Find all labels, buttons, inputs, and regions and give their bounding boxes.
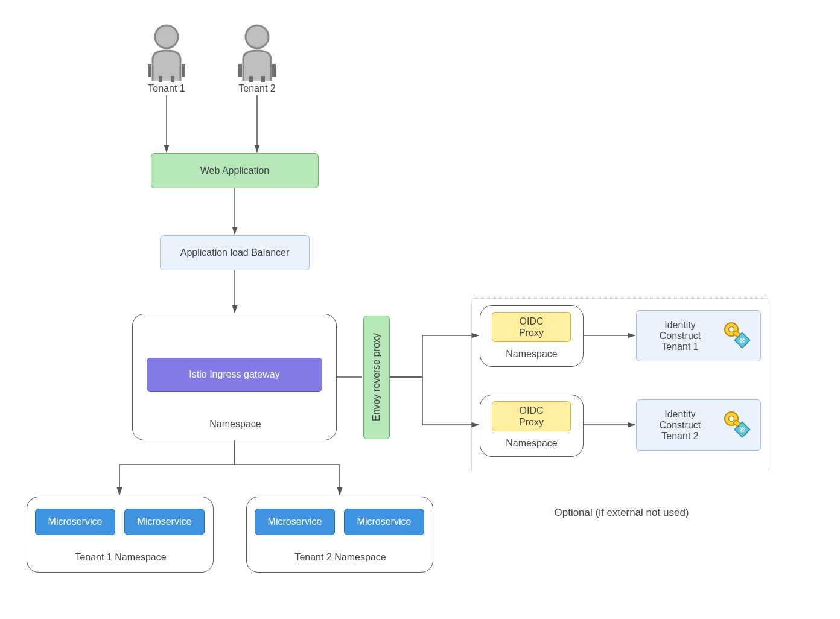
user-icon-tenant1 [145,22,188,82]
oidc-proxy-2-box: OIDC Proxy [492,401,571,431]
svg-rect-16 [272,64,276,77]
microservice-2b-label: Microservice [357,516,412,527]
identity-2-l3: Tenant 2 [661,431,698,441]
oidc-proxy-1-label: OIDC Proxy [519,316,544,338]
diagram-canvas: Tenant 1 Tenant 2 Web Application Applic… [0,0,840,619]
microservice-2a: Microservice [255,509,335,535]
microservice-1a: Microservice [35,509,115,535]
tenant1-ns-label: Tenant 1 Namespace [60,552,181,563]
svg-rect-15 [238,64,242,77]
key-icon-1 [721,319,754,352]
identity-2-text: Identity Construct Tenant 2 [639,409,721,442]
identity-1-l1: Identity [664,320,696,330]
svg-rect-9 [171,76,174,82]
user-icon-tenant2 [236,22,278,82]
oidc-proxy-2-label: OIDC Proxy [519,405,544,428]
envoy-proxy-box: Envoy reverse proxy [363,316,390,439]
web-application-label: Web Application [200,165,269,176]
svg-point-12 [246,25,269,48]
microservice-2b: Microservice [344,509,424,535]
oidc-ns-1-label: Namespace [495,349,568,360]
svg-rect-11 [182,64,185,77]
svg-rect-10 [148,64,151,77]
microservice-2a-label: Microservice [268,516,322,527]
svg-rect-14 [261,76,265,82]
microservice-1b-label: Microservice [138,516,192,527]
alb-box: Application load Balancer [160,235,310,270]
oidc-proxy-1-box: OIDC Proxy [492,312,571,342]
tenant2-label: Tenant 2 [229,83,285,94]
svg-rect-8 [159,76,162,82]
oidc-ns-2-label: Namespace [495,438,568,449]
identity-1-l3: Tenant 1 [661,341,698,352]
identity-2-l1: Identity [664,409,696,419]
svg-rect-13 [249,76,253,82]
identity-1-text: Identity Construct Tenant 1 [639,320,721,352]
svg-point-18 [729,327,734,332]
microservice-1a-label: Microservice [48,516,103,527]
envoy-proxy-label: Envoy reverse proxy [371,334,382,422]
tenant1-label: Tenant 1 [139,83,194,94]
identity-1-l2: Construct [660,331,701,341]
svg-point-7 [155,25,178,48]
identity-2-l2: Construct [660,420,701,430]
microservice-1b: Microservice [124,509,205,535]
key-icon-2 [721,408,754,442]
alb-label: Application load Balancer [180,247,290,258]
istio-gateway-label: Istio Ingress gateway [189,369,279,380]
optional-label: Optional (if external not used) [507,507,736,519]
istio-gateway-box: Istio Ingress gateway [147,358,322,392]
tenant2-ns-label: Tenant 2 Namespace [280,552,401,563]
identity-construct-1: Identity Construct Tenant 1 [636,310,761,361]
web-application-box: Web Application [151,153,319,188]
identity-construct-2: Identity Construct Tenant 2 [636,399,761,451]
istio-namespace-label: Namespace [181,419,290,430]
svg-point-24 [729,416,734,422]
